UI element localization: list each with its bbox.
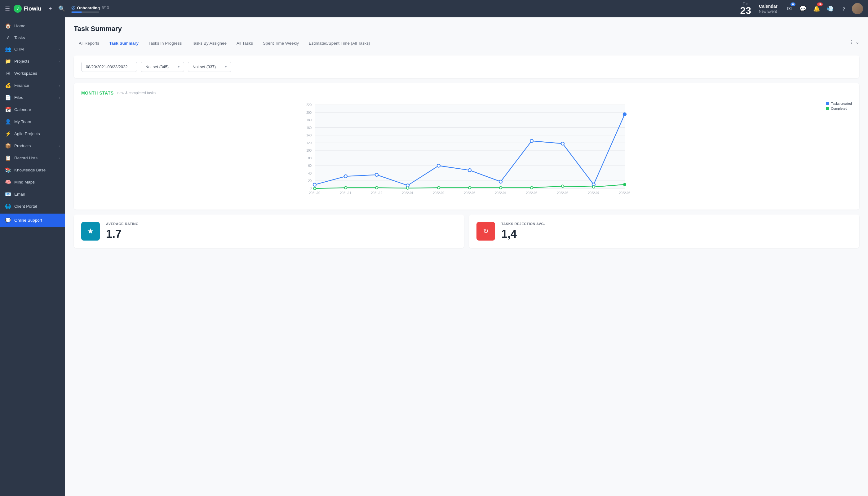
onboarding-section[interactable]: ✇ Onboarding 5/13 [71, 5, 109, 13]
chart-dot [437, 164, 440, 167]
filter-select-1-label: Not set (345) [145, 64, 169, 69]
main-layout: 🏠 Home ✓ Tasks 👥 CRM › 📁 Projects › ⊞ Wo… [0, 17, 868, 496]
tasks-icon: ✓ [5, 35, 11, 40]
chart-title: MONTH STATS [81, 91, 114, 95]
sidebar-item-calendar[interactable]: 📅 Calendar [0, 104, 65, 115]
chevron-right-icon: › [59, 60, 60, 63]
chart-dot [344, 175, 347, 178]
workspaces-icon: ⊞ [5, 71, 11, 76]
rejection-content: TASKS REJECTION AVG. 1,4 [501, 222, 545, 241]
sidebar-item-files[interactable]: 📄 Files › [0, 91, 65, 104]
page-title: Task Summary [74, 25, 859, 33]
add-button[interactable]: + [47, 4, 53, 13]
chart-dot [406, 184, 409, 187]
sidebar-label-knowledgebase: Knowledge Base [14, 168, 60, 172]
sidebar: 🏠 Home ✓ Tasks 👥 CRM › 📁 Projects › ⊞ Wo… [0, 17, 65, 496]
sidebar-label-calendar: Calendar [14, 107, 60, 112]
chart-dot [530, 140, 533, 143]
sidebar-item-email[interactable]: 📧 Email [0, 188, 65, 200]
tab-all-reports[interactable]: All Reports [74, 38, 104, 49]
y-label: 160 [306, 126, 312, 129]
chevron-right-icon: › [59, 84, 60, 88]
month-stats-chart-card: MONTH STATS new & completed tasks Tasks … [74, 83, 859, 210]
online-support-icon: 💬 [5, 217, 11, 223]
files-icon: 📄 [5, 95, 11, 100]
legend-dot-green [826, 107, 829, 110]
onboarding-progress: 5/13 [102, 5, 109, 10]
home-icon: 🏠 [5, 23, 11, 29]
tab-all-tasks[interactable]: All Tasks [232, 38, 258, 49]
stat-cards: ★ AVERAGE RATING 1.7 ↻ TASKS REJECTION A… [74, 215, 859, 248]
sidebar-item-products[interactable]: 📦 Products › [0, 140, 65, 152]
date-range-filter[interactable]: 08/23/2021-08/23/2022 [81, 62, 137, 72]
sidebar-label-online-support: Online Support [14, 218, 60, 222]
tab-spent-time-weekly[interactable]: Spent Time Weekly [258, 38, 304, 49]
tab-task-summary[interactable]: Task Summary [104, 38, 143, 49]
sidebar-item-recordlists[interactable]: 📋 Record Lists › [0, 152, 65, 164]
sidebar-item-online-support[interactable]: 💬 Online Support [0, 214, 65, 227]
chat-button[interactable]: 💬 [797, 3, 808, 14]
filter-select-1[interactable]: Not set (345) ▾ [141, 62, 184, 72]
calendar-title: Calendar [759, 4, 777, 9]
sidebar-label-home: Home [14, 24, 60, 28]
x-label: 2022-06 [557, 191, 569, 195]
help-button[interactable]: ? [838, 3, 849, 14]
tabs-more-icon[interactable]: ⋮ [849, 39, 854, 45]
bell-button[interactable]: 🔔 19 [811, 3, 822, 14]
star-icon: ★ [87, 227, 94, 236]
user-avatar[interactable] [852, 3, 863, 14]
sidebar-label-recordlists: Record Lists [14, 156, 56, 160]
filter-row: 08/23/2021-08/23/2022 Not set (345) ▾ No… [74, 56, 859, 78]
sidebar-item-tasks[interactable]: ✓ Tasks [0, 32, 65, 43]
bell-badge: 19 [817, 2, 823, 6]
line-chart-svg: 220 200 180 160 140 120 100 80 60 40 20 … [81, 102, 852, 201]
mindmaps-icon: 🧠 [5, 179, 11, 185]
tab-tasks-by-assignee[interactable]: Tasks By Assignee [187, 38, 232, 49]
hamburger-menu[interactable]: ☰ [5, 5, 10, 12]
onboarding-label: Onboarding [77, 5, 100, 10]
chat-icon: 💬 [800, 5, 806, 12]
app-logo: ✓ Flowlu [14, 5, 41, 13]
y-label: 100 [306, 149, 312, 152]
products-icon: 📦 [5, 143, 11, 149]
chevron-right-icon: › [59, 47, 60, 51]
y-label: 60 [308, 164, 312, 167]
sidebar-label-crm: CRM [14, 47, 56, 51]
onboarding-progress-bar [71, 12, 99, 13]
filter-select-2[interactable]: Not set (337) ▾ [188, 62, 231, 72]
top-icon-group: ✉ 8 💬 🔔 19 💨 ? [784, 3, 863, 14]
tabs-expand-icon[interactable]: ⌄ [855, 39, 859, 45]
sidebar-item-home[interactable]: 🏠 Home [0, 20, 65, 32]
tab-estimated-spent-time[interactable]: Estimated/Spent Time (All Tasks) [304, 38, 375, 49]
sidebar-item-knowledgebase[interactable]: 📚 Knowledge Base [0, 164, 65, 176]
legend-label-tasks-created: Tasks created [831, 102, 852, 105]
chevron-right-icon: › [59, 156, 60, 160]
sidebar-item-finance[interactable]: 💰 Finance › [0, 79, 65, 91]
tab-tasks-in-progress[interactable]: Tasks In Progress [143, 38, 187, 49]
chart-container: Tasks created Completed [81, 102, 852, 202]
chart-dot-green [499, 187, 502, 189]
chart-dot-green [561, 185, 564, 188]
bell-icon: 🔔 [813, 5, 820, 12]
calendar-section[interactable]: Calendar New Event [759, 4, 777, 14]
rejection-value: 1,4 [501, 228, 545, 241]
y-label: 200 [306, 111, 312, 114]
chart-dot-green [375, 187, 378, 189]
chart-dot-green [406, 187, 409, 189]
mail-button[interactable]: ✉ 8 [784, 3, 795, 14]
sidebar-item-workspaces[interactable]: ⊞ Workspaces [0, 67, 65, 79]
sidebar-item-projects[interactable]: 📁 Projects › [0, 55, 65, 67]
chart-subtitle: new & completed tasks [118, 91, 156, 95]
projects-icon: 📁 [5, 58, 11, 64]
sidebar-item-clientportal[interactable]: 🌐 Client Portal [0, 200, 65, 212]
avg-rating-value: 1.7 [106, 228, 139, 241]
sidebar-item-myteam[interactable]: 👤 My Team [0, 115, 65, 128]
sidebar-item-agile[interactable]: ⚡ Agile Projects [0, 128, 65, 140]
calendar-icon: 📅 [5, 107, 11, 112]
x-label: 2022-02 [433, 191, 445, 195]
search-button[interactable]: 🔍 [57, 4, 66, 13]
comment-button[interactable]: 💨 [825, 3, 836, 14]
myteam-icon: 👤 [5, 119, 11, 125]
sidebar-item-mindmaps[interactable]: 🧠 Mind Maps [0, 176, 65, 188]
sidebar-item-crm[interactable]: 👥 CRM › [0, 43, 65, 55]
